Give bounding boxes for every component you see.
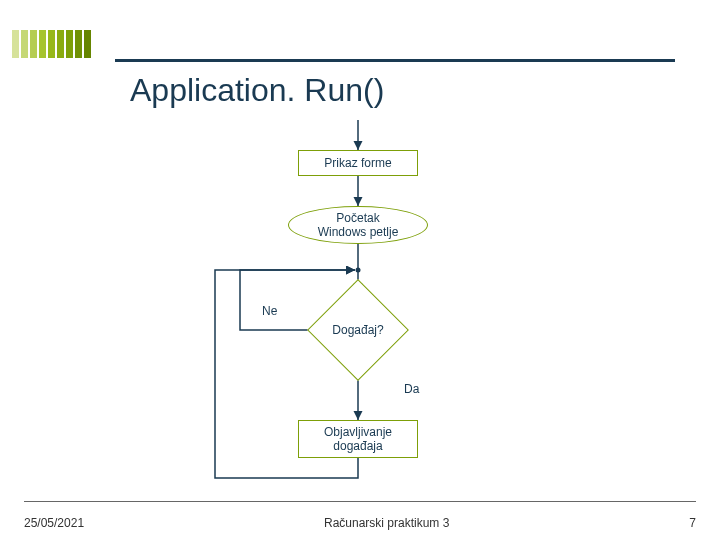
node-label-line1: Objavljivanje [324,425,392,439]
page-title: Application. Run() [130,72,384,109]
node-label-line2: Windows petlje [318,225,399,239]
footer-course: Računarski praktikum 3 [324,516,449,530]
node-dogadjaj: Događaj? [322,294,394,366]
node-label: Događaj? [332,323,383,337]
node-label-line2: događaja [333,439,382,453]
node-prikaz-forme: Prikaz forme [298,150,418,176]
node-label-line1: Početak [336,211,379,225]
decorative-bars [12,30,91,58]
node-label: Prikaz forme [324,156,391,170]
footer: 25/05/2021 Računarski praktikum 3 7 [0,516,720,530]
flowchart: Prikaz forme Početak Windows petlje Ne D… [0,120,720,500]
edge-label-da: Da [404,382,419,396]
node-pocetak-petlje: Početak Windows petlje [288,206,428,244]
svg-point-3 [356,268,361,273]
footer-rule [24,501,696,502]
edge-label-ne: Ne [262,304,277,318]
title-rule [115,59,675,62]
node-objavljivanje: Objavljivanje događaja [298,420,418,458]
footer-page: 7 [689,516,696,530]
footer-date: 25/05/2021 [24,516,84,530]
slide: Application. Run() [0,0,720,540]
